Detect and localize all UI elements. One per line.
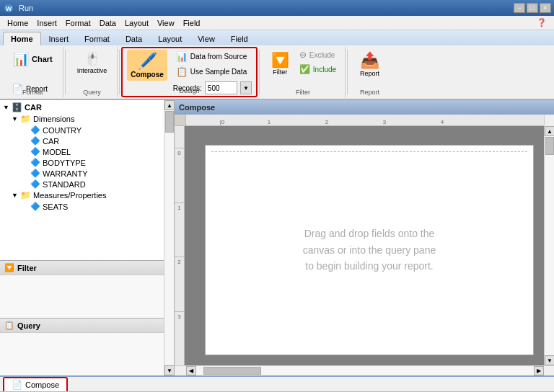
compose-inner: |0 1 2 3 4 0 1 2 3 [175,115,554,375]
canvas-container[interactable]: Drag and drop fields onto the canvas or … [185,126,544,365]
query-pane: 📋 Query [0,318,164,375]
dimensions-label: Dimensions [33,115,74,123]
filter-pane-header[interactable]: 🔽 Filter [0,261,164,275]
tree-car[interactable]: 🔷 CAR [1,135,162,146]
filter-pane-label: Filter [17,264,37,272]
warranty-icon: 🔷 [30,169,40,178]
hscroll-track [196,366,534,375]
expand-measures-icon[interactable]: ▼ [12,192,20,199]
menu-insert[interactable]: Insert [32,17,61,29]
data-from-source-button[interactable]: 📊 Data from Source [173,50,252,63]
hscroll-left-btn[interactable]: ◀ [186,366,196,375]
scroll-up-button[interactable]: ▲ [164,100,175,110]
menu-field[interactable]: Field [179,17,205,29]
filter-pane: 🔽 Filter [0,260,164,318]
tab-format[interactable]: Format [76,32,118,45]
car-field-icon: 🔷 [30,136,40,146]
use-sample-data-button[interactable]: 📋 Use Sample Data [173,65,252,79]
use-sample-data-label: Use Sample Data [190,68,247,76]
tab-insert[interactable]: Insert [41,32,77,45]
maximize-button[interactable]: □ [527,3,538,13]
tree-bodytype[interactable]: 🔷 BODYTYPE [1,157,162,168]
ruler-marks: |0 1 2 3 4 [186,115,544,125]
tree-seats[interactable]: 🔷 SEATS [1,201,162,212]
tab-data[interactable]: Data [118,32,150,45]
exclude-icon: ⊖ [299,50,307,60]
help-icon[interactable]: ❓ [532,17,551,29]
chart-button[interactable]: 📊 Chart [9,48,57,70]
tab-view[interactable]: View [190,32,223,45]
country-label: COUNTRY [43,126,82,135]
report-big-icon: 📤 [360,51,379,70]
tab-field[interactable]: Field [223,32,256,45]
query-pane-header[interactable]: 📋 Query [0,318,164,333]
seats-label: SEATS [43,202,68,211]
filter-button[interactable]: 🔽 Filter [267,48,294,79]
menu-data[interactable]: Data [95,17,120,29]
hscroll-thumb[interactable] [203,367,261,375]
ruler-0: |0 [204,119,240,125]
tree-root-label: CAR [25,103,42,112]
paper-body: Drag and drop fields onto the canvas or … [205,145,534,355]
tree-standard[interactable]: 🔷 STANDARD [1,179,162,190]
minimize-button[interactable]: − [514,3,525,13]
interactive-button[interactable]: 🖱️ Interactive [73,48,112,77]
design-group-label: Design [123,87,256,94]
right-scroll-track [545,136,554,355]
compose-area-title: Compose [179,103,215,112]
tree-warranty[interactable]: 🔷 WARRANTY [1,168,162,179]
menu-format[interactable]: Format [61,17,95,29]
hscroll-right-btn[interactable]: ▶ [534,366,544,375]
right-scroll-up[interactable]: ▲ [545,126,554,136]
query-pane-label: Query [17,321,40,330]
scroll-down-button[interactable]: ▼ [164,365,175,375]
include-button[interactable]: ✅ Include [296,63,339,76]
ribbon-content: 📊 Chart 📄 Report Format 🖱️ Interactive Q… [0,45,554,99]
close-button[interactable]: × [540,3,551,13]
ribbon-group-filter: 🔽 Filter ⊖ Exclude ✅ Include Filter [261,47,346,97]
compose-button[interactable]: 🖊️ Compose [127,50,167,81]
ribbon-tabs: Home Insert Format Data Layout View Fiel… [0,30,554,45]
folder-icon: 📁 [20,114,31,124]
report-group-label: Report [349,89,390,96]
include-label: Include [313,66,336,74]
compose-tab-label: Compose [25,380,59,389]
right-scroll-down[interactable]: ▼ [545,355,554,365]
tree-measures[interactable]: ▼ 📁 Measures/Properties [1,190,162,201]
standard-icon: 🔷 [30,179,40,189]
tree-root[interactable]: ▼ 🗄️ CAR [1,102,162,113]
scroll-thumb[interactable] [165,111,174,133]
menu-layout[interactable]: Layout [120,17,153,29]
car-label: CAR [43,137,59,146]
tab-layout[interactable]: Layout [150,32,190,45]
menu-view[interactable]: View [153,17,179,29]
compose-header: Compose [175,100,554,115]
expand-icon[interactable]: ▼ [3,104,12,111]
report-button[interactable]: 📤 Report [355,48,384,80]
exclude-button[interactable]: ⊖ Exclude [296,48,339,61]
title-bar: W Run − □ × [0,0,554,16]
left-panel-content: ▼ 🗄️ CAR ▼ 📁 Dimensions 🔷 COUNTRY [0,100,164,375]
right-scroll-thumb[interactable] [545,137,554,155]
menu-home[interactable]: Home [3,17,32,29]
app-icon: W [3,2,14,14]
ribbon-group-format: 📊 Chart 📄 Report Format [3,47,63,97]
tree-dimensions[interactable]: ▼ 📁 Dimensions [1,113,162,125]
tree-model[interactable]: 🔷 MODEL [1,146,162,157]
field-icon: 🔷 [30,125,40,135]
filter-group-label: Filter [261,89,345,96]
ruler-right-corner [544,115,554,126]
tab-home[interactable]: Home [3,32,41,45]
hint-line-3: to begin building your report. [303,258,436,274]
interactive-icon: 🖱️ [84,51,100,67]
standard-label: STANDARD [43,180,86,189]
expand-dimensions-icon[interactable]: ▼ [12,115,20,122]
compose-tab[interactable]: 📄 Compose [3,377,68,391]
canvas-hint-wrapper: Drag and drop fields onto the canvas or … [206,146,533,355]
tree-area: ▼ 🗄️ CAR ▼ 📁 Dimensions 🔷 COUNTRY [0,100,164,260]
db-icon: 🗄️ [12,102,22,112]
tree-country[interactable]: 🔷 COUNTRY [1,125,162,135]
measures-folder-icon: 📁 [20,190,31,200]
bodytype-label: BODYTYPE [43,159,86,167]
hint-line-2: canvas or into the query pane [303,242,436,258]
